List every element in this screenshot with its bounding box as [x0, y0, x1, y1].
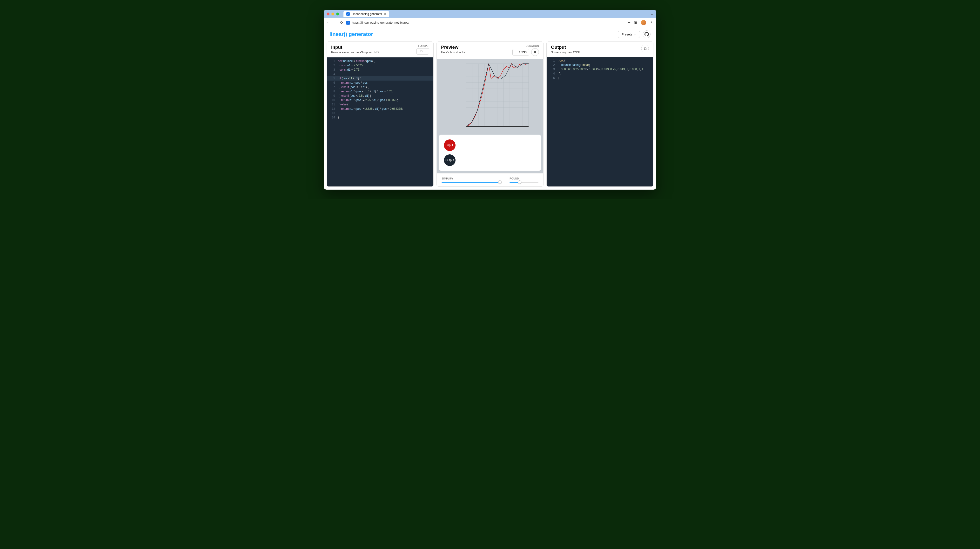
- input-title: Input: [331, 45, 379, 50]
- animation-demo: Input Output: [439, 135, 541, 171]
- output-code-area[interactable]: 1:root {2 --bounce-easing: linear(3 0, 0…: [547, 57, 653, 187]
- input-subtitle: Provide easing as JavaScript or SVG: [331, 51, 379, 54]
- duration-label: DURATION: [526, 45, 539, 47]
- url-text: https://linear-easing-generator.netlify.…: [352, 21, 409, 24]
- menu-icon[interactable]: ⋮: [649, 20, 654, 25]
- output-panel: Output Some shiny new CSS! 1:root {2 --b…: [546, 41, 654, 187]
- output-title: Output: [551, 45, 580, 50]
- graph-svg: [447, 61, 533, 131]
- round-slider-group: ROUND: [509, 177, 538, 183]
- simplify-label: SIMPLIFY: [442, 177, 500, 180]
- input-code-editor[interactable]: 1self.bounce = function(pos) {2 const n1…: [327, 57, 433, 187]
- simplify-slider[interactable]: [442, 182, 500, 183]
- pause-button[interactable]: [531, 48, 539, 56]
- copy-icon: [643, 47, 647, 50]
- browser-toolbar: ← → ⟳ ⟋ https://linear-easing-generator.…: [324, 18, 656, 27]
- duration-input[interactable]: [512, 49, 529, 56]
- svg-rect-0: [534, 51, 535, 53]
- preview-subtitle: Here's how it looks:: [441, 51, 466, 54]
- chevron-down-icon: ⌄: [424, 50, 426, 53]
- maximize-window-button[interactable]: [336, 13, 339, 16]
- new-tab-button[interactable]: +: [393, 11, 396, 17]
- minimize-window-button[interactable]: [331, 13, 334, 16]
- preview-body: Input Output: [437, 59, 543, 173]
- input-panel: Input Provide easing as JavaScript or SV…: [326, 41, 434, 187]
- format-select[interactable]: JS ⌄: [417, 48, 429, 54]
- output-panel-header: Output Some shiny new CSS!: [547, 42, 653, 57]
- pause-icon: [534, 51, 536, 54]
- preview-panel-header: Preview Here's how it looks: DURATION: [437, 42, 543, 59]
- chevron-down-icon[interactable]: ⌄: [651, 12, 654, 16]
- svg-rect-1: [535, 51, 536, 53]
- copy-button[interactable]: [641, 45, 649, 52]
- github-link[interactable]: [643, 30, 651, 38]
- back-button[interactable]: ←: [326, 21, 331, 25]
- presets-dropdown[interactable]: Presets ⌄: [618, 31, 640, 38]
- app-header: linear() generator Presets ⌄: [324, 27, 656, 41]
- round-slider[interactable]: [509, 182, 538, 183]
- input-ball: Input: [444, 139, 455, 151]
- extensions-icon[interactable]: ✦: [627, 20, 630, 25]
- github-icon: [644, 32, 649, 37]
- preview-title: Preview: [441, 45, 466, 50]
- tab-title: Linear easing generator: [352, 12, 382, 16]
- browser-tab[interactable]: ⟋ Linear easing generator ×: [344, 11, 389, 18]
- easing-graph: [439, 61, 541, 131]
- sliders-row: SIMPLIFY ROUND: [437, 174, 543, 187]
- traffic-lights: [326, 13, 339, 16]
- address-bar[interactable]: ⟋ https://linear-easing-generator.netlif…: [346, 21, 625, 25]
- format-label: FORMAT: [418, 45, 429, 47]
- forward-button[interactable]: →: [333, 21, 337, 25]
- main-grid: Input Provide easing as JavaScript or SV…: [324, 41, 656, 190]
- simplify-slider-group: SIMPLIFY: [442, 177, 500, 183]
- input-ball-label: Input: [447, 144, 453, 147]
- close-window-button[interactable]: [326, 13, 329, 16]
- browser-window: ⟋ Linear easing generator × + ⌄ ← → ⟳ ⟋ …: [324, 10, 656, 190]
- svg-rect-26: [644, 48, 646, 50]
- output-ball-label: Output: [445, 158, 454, 162]
- tab-favicon-icon: ⟋: [346, 12, 350, 16]
- profile-avatar[interactable]: [641, 20, 646, 26]
- presets-label: Presets: [622, 33, 632, 36]
- titlebar: ⟋ Linear easing generator × + ⌄: [324, 10, 656, 18]
- site-favicon-icon: ⟋: [346, 21, 350, 25]
- round-thumb[interactable]: [518, 180, 521, 184]
- simplify-thumb[interactable]: [498, 180, 501, 184]
- round-label: ROUND: [509, 177, 538, 180]
- close-tab-button[interactable]: ×: [384, 12, 386, 16]
- preview-panel: Preview Here's how it looks: DURATION: [436, 41, 544, 174]
- format-value: JS: [419, 50, 423, 53]
- panel-icon[interactable]: ▣: [634, 20, 638, 25]
- chevron-down-icon: ⌄: [634, 33, 636, 36]
- reload-button[interactable]: ⟳: [340, 20, 343, 25]
- input-panel-header: Input Provide easing as JavaScript or SV…: [327, 42, 433, 57]
- output-subtitle: Some shiny new CSS!: [551, 51, 580, 54]
- app-logo: linear() generator: [329, 31, 373, 37]
- output-ball: Output: [444, 154, 455, 166]
